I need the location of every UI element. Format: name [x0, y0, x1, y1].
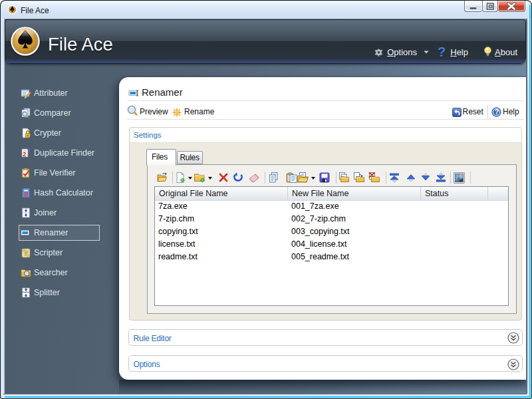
svg-text:2: 2 [23, 151, 26, 158]
svg-text:?: ? [495, 108, 499, 116]
svg-text:?: ? [27, 148, 31, 154]
